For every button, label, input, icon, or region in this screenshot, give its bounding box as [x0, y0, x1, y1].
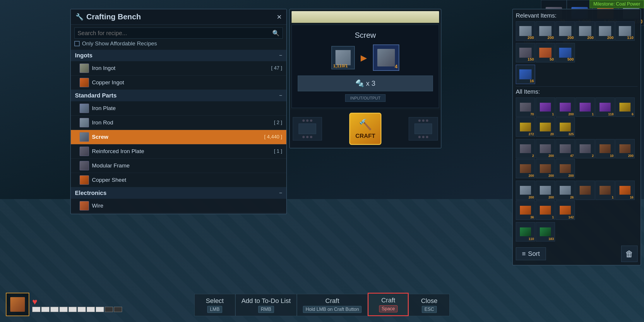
- ai-icon-2-2: [540, 144, 551, 153]
- craft-hammer-icon: 🔨: [359, 119, 372, 131]
- blue-item: 16: [516, 65, 535, 84]
- ai-cnt-2-8: 200: [549, 174, 554, 177]
- action-craft-hold[interactable]: Craft Hold LMB on Craft Button: [297, 294, 368, 316]
- craft-arrow-icon: ▶: [361, 53, 367, 63]
- recipe-iron-plate[interactable]: Iron Plate: [71, 101, 286, 116]
- ai-2-9: 200: [556, 159, 575, 178]
- action-add-todo[interactable]: Add to To-Do List RMB: [235, 294, 297, 316]
- ai-1-1: 70: [516, 97, 535, 117]
- action-craft-hold-key: Hold LMB on Craft Button: [303, 306, 362, 313]
- iron-ingot-name: Iron Ingot: [92, 65, 271, 71]
- ai-icon-3-3: [560, 186, 571, 195]
- blue-count: 16: [530, 79, 534, 83]
- ai-icon-2-3: [560, 144, 571, 153]
- craft-button[interactable]: 🔨 CRAFT: [349, 113, 381, 145]
- recipe-screw[interactable]: Screw [ 4,440 ]: [71, 130, 286, 144]
- machine-slot-left: [293, 117, 322, 141]
- ai-2-2: 200: [536, 139, 555, 158]
- recipe-reinforced-iron-plate[interactable]: Reinforced Iron Plate [ 1 ]: [71, 144, 286, 159]
- all-items-row-4: 110 183: [516, 222, 638, 242]
- wire-icon: [80, 201, 89, 210]
- craft-top-bar: [292, 11, 439, 23]
- relevant-items-title: Relevant Items:: [516, 12, 638, 19]
- affordable-label: Only Show Affordable Recipes: [82, 40, 157, 47]
- all-items-row-3: 200 200 26 1 16 36 1: [516, 181, 638, 220]
- search-input[interactable]: [78, 30, 272, 37]
- rel-icon-4: [579, 26, 591, 36]
- ai-icon-4-2: [540, 227, 551, 236]
- action-close-key: ESC: [422, 306, 437, 313]
- search-bar: 🔍: [74, 28, 283, 39]
- ai-icon-3-7: [520, 206, 531, 215]
- ai-icon-2-6: [619, 144, 631, 153]
- search-icon: 🔍: [272, 30, 280, 37]
- ai-icon-3-9: [560, 206, 571, 215]
- ai-cnt-2-7: 200: [529, 174, 534, 177]
- copper-sheet-icon: [80, 175, 89, 185]
- health-bar: [32, 307, 122, 312]
- ai-cnt-2-4: 2: [592, 154, 594, 157]
- recipe-modular-frame[interactable]: Modular Frame: [71, 159, 286, 173]
- reinforced-plate-name: Reinforced Iron Plate: [92, 148, 274, 155]
- ai-cnt-1-7: 272: [529, 132, 534, 136]
- recipe-wire[interactable]: Wire: [71, 199, 286, 213]
- category-standard-name: Standard Parts: [75, 92, 117, 99]
- ai-4-2: 183: [536, 222, 555, 242]
- recipe-cable[interactable]: Cable [ 162 ]: [71, 213, 286, 214]
- ai-2-3: 47: [556, 139, 575, 158]
- window-titlebar: 🔧 Crafting Bench ×: [71, 9, 286, 25]
- trash-button[interactable]: 🗑: [621, 246, 638, 262]
- output-icon: [377, 49, 395, 66]
- rel-special-icon-2: [539, 48, 551, 58]
- health-seg-4: [59, 307, 68, 312]
- recipe-iron-rod[interactable]: Iron Rod [ 2 ]: [71, 116, 286, 130]
- ai-3-3: 26: [556, 181, 575, 200]
- sort-button[interactable]: ≡ Sort: [516, 247, 546, 260]
- affordable-checkbox[interactable]: [74, 41, 80, 46]
- recipe-copper-sheet[interactable]: Copper Sheet: [71, 173, 286, 187]
- sort-label: Sort: [528, 250, 540, 258]
- craft-output: 4: [373, 44, 399, 71]
- action-add-todo-label: Add to To-Do List: [242, 297, 291, 305]
- ai-3-8: 1: [536, 201, 555, 220]
- category-ingots[interactable]: Ingots −: [71, 50, 286, 61]
- close-button[interactable]: ×: [277, 13, 282, 21]
- recipe-iron-ingot[interactable]: Iron Ingot [ 47 ]: [71, 61, 286, 76]
- machine-slot-right: [409, 117, 438, 141]
- ai-1-8: 20: [536, 117, 555, 137]
- ai-cnt-3-6: 16: [630, 196, 633, 199]
- category-electronics[interactable]: Electronics −: [71, 187, 286, 199]
- ai-cnt-3-2: 200: [549, 196, 554, 199]
- action-craft-hold-label: Craft: [325, 297, 339, 305]
- electronics-collapse-icon: −: [279, 190, 282, 196]
- health-seg-7: [87, 307, 95, 312]
- ai-2-6: 200: [615, 139, 635, 158]
- rel-special-count-3: 500: [567, 57, 574, 61]
- rel-icon-1: [519, 26, 532, 36]
- reinforced-plate-count: [ 1 ]: [274, 148, 282, 154]
- ai-cnt-2-2: 200: [549, 154, 554, 157]
- ai-icon-1-8: [540, 123, 551, 131]
- rel-item-1: 200: [516, 21, 535, 41]
- io-button[interactable]: INPUT/OUTPUT: [345, 94, 385, 102]
- craft-multiplier: 🔩 x 3: [298, 76, 433, 91]
- rel-item-4: 200: [576, 21, 595, 41]
- ai-3-9: 142: [556, 201, 575, 220]
- ai-icon-3-5: [600, 186, 611, 195]
- action-select[interactable]: Select LMB: [194, 294, 235, 316]
- health-seg-1: [32, 307, 40, 312]
- mdot: [426, 136, 428, 138]
- rel-special-icon-3: [559, 48, 571, 58]
- all-items-row-2: 2 200 47 2 10 200 200 200: [516, 139, 638, 178]
- recipe-copper-ingot[interactable]: Copper Ingot: [71, 76, 286, 90]
- affordable-filter-row: Only Show Affordable Recipes: [74, 40, 283, 47]
- rel-count-6: 110: [627, 35, 633, 40]
- action-close[interactable]: Close ESC: [409, 294, 450, 316]
- mdot: [310, 119, 312, 122]
- ai-cnt-2-3: 47: [570, 154, 574, 157]
- category-standard-parts[interactable]: Standard Parts −: [71, 90, 286, 101]
- copper-sheet-name: Copper Sheet: [92, 177, 282, 183]
- action-craft-space[interactable]: Craft Space: [368, 293, 409, 316]
- sort-icon: ≡: [522, 250, 526, 258]
- ai-2-8: 200: [536, 159, 555, 178]
